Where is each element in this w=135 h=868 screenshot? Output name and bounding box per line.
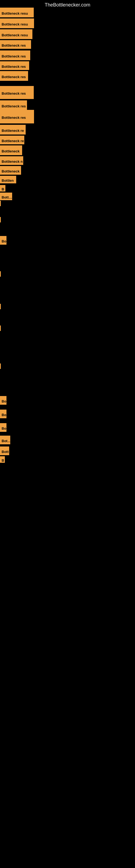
bottleneck-item: Bottleneck res [0, 51, 30, 60]
bottleneck-item [0, 304, 1, 309]
bottleneck-item: Bo [0, 423, 6, 432]
bottleneck-item: Bottleneck re [0, 135, 24, 144]
bottleneck-item: Bot… [0, 436, 10, 444]
bottleneck-item [0, 271, 1, 277]
bottleneck-item: Bottleneck res [0, 61, 29, 70]
bottleneck-item: Bottlen [0, 176, 16, 183]
bottleneck-item [0, 217, 1, 222]
bottleneck-item: Bottleneck res [0, 86, 34, 99]
bottleneck-item: Bottleneck n [0, 156, 23, 165]
bottleneck-item: Bottleneck resu [0, 19, 34, 28]
bottleneck-item: Bottleneck re [0, 125, 26, 134]
bottleneck-item: Bottleneck resu [0, 29, 32, 39]
bottleneck-item [0, 326, 1, 331]
bottleneck-item: Bo [0, 396, 6, 405]
bottleneck-item: B [0, 185, 5, 191]
bottleneck-item: Bottleneck res [0, 100, 27, 110]
bottleneck-item: B [0, 456, 5, 463]
bottleneck-item: Bottleneck res [0, 71, 28, 81]
bottleneck-item: Bottleneck res [0, 110, 34, 123]
bottleneck-item: Bo [0, 410, 6, 418]
bottleneck-item: Bottleneck [0, 145, 22, 155]
bottleneck-item: Bottleneck [0, 166, 21, 175]
bottleneck-item: Bottleneck resu [0, 8, 34, 18]
bottleneck-item [0, 201, 1, 206]
bottleneck-item: Bottleneck res [0, 40, 31, 49]
bottleneck-item: Bo [0, 236, 6, 245]
bottleneck-item [0, 364, 1, 369]
bottleneck-item: Bott [0, 446, 9, 455]
bottleneck-item: Bott… [0, 193, 12, 200]
